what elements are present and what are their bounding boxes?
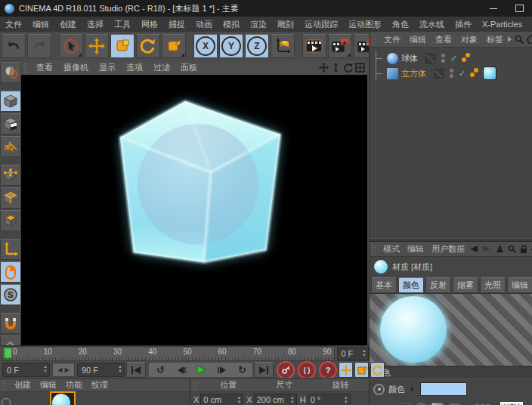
texture-mode-button[interactable] [0, 113, 21, 134]
color-radio-icon[interactable] [373, 384, 385, 395]
rotate-view-icon[interactable] [343, 63, 353, 73]
menu-file[interactable]: 文件 [0, 19, 27, 30]
mm-menu-edit[interactable]: 编辑 [36, 379, 61, 391]
am-menu-userdata[interactable]: 用户数据 [428, 243, 469, 255]
am-search-icon[interactable] [508, 245, 516, 253]
autokey-button[interactable]: ( ) [298, 361, 316, 379]
object-manager-drag-handle[interactable] [372, 34, 377, 45]
loop-forward-button[interactable]: ↻ [233, 363, 252, 377]
play-button[interactable] [192, 363, 211, 377]
start-frame-field[interactable]: 0 F ▲▼ [2, 363, 50, 377]
menu-sculpt[interactable]: 雕刻 [272, 19, 299, 30]
deformer-dots-icon[interactable] [462, 53, 471, 63]
rotation-h-spinner[interactable]: ▲▼ [344, 395, 348, 404]
start-frame-spinner[interactable]: ▲▼ [43, 364, 48, 373]
menu-tools[interactable]: 工具 [109, 19, 136, 30]
menu-plugins[interactable]: 插件 [450, 19, 477, 30]
layer-patch-icon[interactable] [434, 69, 444, 79]
menu-pipeline[interactable]: 流水线 [414, 19, 450, 30]
am-menu-mode[interactable]: 模式 [379, 243, 404, 255]
make-editable-button[interactable] [0, 62, 21, 83]
material-thumbnail[interactable] [50, 391, 76, 405]
color-expand-arrow-icon[interactable] [411, 387, 414, 391]
tweak-mode-button[interactable] [0, 261, 21, 283]
hsv-mode-button[interactable]: HSV [500, 402, 524, 405]
tab-illumination[interactable]: 光照 [480, 277, 506, 293]
next-frame-button[interactable] [212, 363, 231, 377]
history-back-icon[interactable] [469, 245, 478, 253]
menu-character[interactable]: 角色 [387, 19, 414, 30]
menu-mograph[interactable]: 运动图形 [343, 19, 387, 30]
render-to-picture-viewer-button[interactable] [328, 34, 352, 58]
search-icon[interactable] [515, 35, 524, 44]
vp-menu-panel[interactable]: 面板 [175, 62, 203, 73]
attribute-manager-drag-handle[interactable] [372, 244, 377, 255]
om-menu-tags[interactable]: 标签 [482, 34, 508, 45]
object-row-sphere[interactable]: 球体 ✓ [370, 51, 532, 66]
minimize-button[interactable] [481, 0, 506, 17]
play-backward-button[interactable]: ↺ [151, 363, 170, 377]
lock-y-axis-button[interactable]: Y [219, 34, 243, 58]
menu-script[interactable]: 脚本 [527, 19, 532, 30]
menu-edit[interactable]: 编辑 [27, 19, 54, 30]
move-tool[interactable] [85, 34, 109, 58]
lock-x-axis-button[interactable]: X [193, 34, 218, 58]
record-rotation-toggle[interactable] [370, 362, 385, 378]
tab-fog[interactable]: 烟雾 [453, 277, 478, 293]
position-x-field[interactable]: 0 cm ▲▼ [200, 394, 243, 405]
rotate-tool[interactable] [136, 34, 160, 58]
tab-reflectance[interactable]: 反射 [425, 277, 451, 293]
visibility-dots[interactable] [450, 69, 453, 78]
enable-axis-button[interactable] [0, 239, 21, 260]
menu-animate[interactable]: 动画 [190, 19, 218, 30]
om-menu-objects[interactable]: 对象 [456, 34, 482, 45]
undo-button[interactable] [2, 34, 26, 58]
end-frame-spinner[interactable]: ▲▼ [118, 364, 122, 373]
vp-menu-filter[interactable]: 过滤 [148, 62, 175, 73]
deformer-dots-icon[interactable] [470, 68, 479, 79]
edges-mode-button[interactable] [0, 187, 21, 209]
tab-editor[interactable]: 编辑 [507, 277, 532, 293]
om-menu-file[interactable]: 文件 [379, 34, 405, 45]
rotation-h-field[interactable]: 0 ° ▲▼ [308, 394, 351, 405]
enable-check-icon[interactable]: ✓ [450, 54, 457, 63]
menu-snap[interactable]: 捕捉 [163, 19, 190, 30]
vp-menu-cameras[interactable]: 摄像机 [58, 62, 94, 73]
color-wheel-icon[interactable] [416, 403, 426, 405]
vp-menu-display[interactable]: 显示 [94, 62, 121, 73]
tab-basic[interactable]: 基本 [371, 277, 397, 293]
object-name-cube[interactable]: 立方体 [401, 68, 426, 79]
current-frame-field[interactable]: 0 F ▲▼ [337, 347, 369, 360]
up-level-icon[interactable] [496, 245, 504, 253]
sphere-object-icon[interactable] [387, 53, 398, 64]
record-position-toggle[interactable] [339, 362, 353, 378]
history-forward-icon[interactable] [482, 245, 492, 253]
toggle-view-icon[interactable] [355, 63, 365, 73]
color-swatch[interactable] [420, 382, 467, 396]
material-preview[interactable] [370, 293, 532, 366]
menu-select[interactable]: 选择 [82, 19, 109, 30]
menu-mesh[interactable]: 网格 [136, 19, 163, 30]
vp-menu-view[interactable]: 查看 [31, 62, 58, 73]
scale-tool[interactable] [110, 34, 135, 58]
menu-motion-tracker[interactable]: 运动跟踪 [299, 19, 343, 30]
end-frame-field[interactable]: 90 F ▲▼ [77, 363, 125, 377]
goto-start-button[interactable] [126, 362, 146, 378]
spectrum-picker-icon[interactable] [400, 403, 410, 405]
lock-icon[interactable] [520, 245, 527, 254]
previous-frame-button[interactable] [172, 363, 190, 377]
object-name-sphere[interactable]: 球体 [401, 53, 418, 64]
cube-object-icon[interactable] [387, 68, 398, 79]
enable-check-icon[interactable]: ✓ [459, 69, 466, 79]
coordinates-drag-handle[interactable] [193, 380, 198, 391]
points-mode-button[interactable] [0, 165, 21, 186]
am-menu-edit[interactable]: 编辑 [404, 243, 428, 255]
color-section-header[interactable]: 颜色 [370, 366, 532, 379]
menu-render[interactable]: 渲染 [245, 19, 272, 30]
frame-spinner[interactable]: ▲▼ [362, 348, 367, 357]
mm-menu-function[interactable]: 功能 [61, 379, 87, 391]
rgb-mode-button[interactable]: RGB [471, 402, 495, 405]
maximize-button[interactable] [506, 0, 532, 17]
menu-simulate[interactable]: 模拟 [218, 19, 245, 30]
workplane-mode-button[interactable] [0, 136, 21, 157]
